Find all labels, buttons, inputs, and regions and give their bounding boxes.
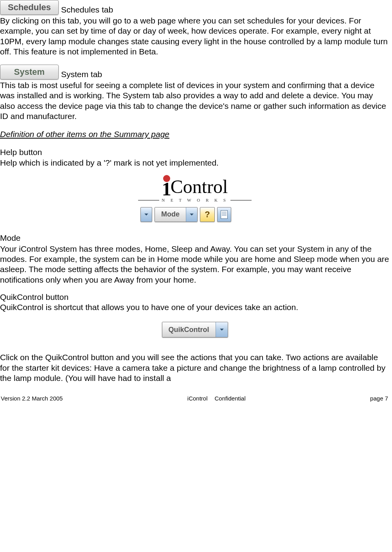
- quikcontrol-button-label: QuikControl: [162, 322, 216, 337]
- definition-heading: Definition of other items on the Summary…: [0, 129, 390, 139]
- mode-heading: Mode: [0, 233, 390, 243]
- system-tab-label: System tab: [61, 69, 102, 79]
- document-icon: [221, 210, 228, 219]
- schedules-description: By clicking on this tab, you will go to …: [0, 16, 390, 57]
- footer-confidential: Confidential: [215, 395, 246, 402]
- mode-dropdown-label: Mode: [155, 207, 186, 222]
- quikcontrol-heading: QuikControl button: [0, 292, 390, 302]
- mode-dropdown-arrow: [186, 207, 197, 222]
- help-button[interactable]: ?: [200, 207, 215, 222]
- quikcontrol-arrow: [216, 322, 228, 337]
- footer-page: page 7: [370, 395, 388, 402]
- schedules-tab-button[interactable]: Schedules: [0, 0, 59, 15]
- mode-dropdown-button[interactable]: Mode: [155, 207, 198, 222]
- schedules-tab-label: Schedules tab: [61, 5, 113, 15]
- mode-text: Your iControl System has three modes, Ho…: [0, 244, 390, 285]
- logo-line-right: [230, 200, 252, 200]
- quikcontrol-intro: QuikControl is shortcut that allows you …: [0, 302, 390, 312]
- document-button[interactable]: [217, 207, 231, 222]
- logo-letter-i: 1: [162, 180, 171, 198]
- mode-left-arrow-button[interactable]: [140, 207, 152, 222]
- system-tab-button[interactable]: System: [0, 65, 59, 79]
- icontrol-logo-block: 1 Control N E T W O R K S Mode ?: [138, 175, 252, 222]
- help-heading: Help button: [0, 147, 390, 157]
- logo-brand-text: Control: [171, 177, 228, 196]
- logo-line-left: [138, 200, 159, 200]
- help-text: Help which is indicated by a '?' mark is…: [0, 158, 390, 168]
- page-footer: Version 2.2 March 2005 iControlConfident…: [0, 395, 390, 406]
- chevron-down-icon: [189, 212, 194, 217]
- system-description: This tab is most useful for seeing a com…: [0, 80, 390, 121]
- logo-networks-text: N E T W O R K S: [161, 198, 229, 203]
- chevron-down-icon: [144, 212, 149, 217]
- footer-version: Version 2.2 March 2005: [1, 395, 63, 402]
- chevron-down-icon: [219, 327, 224, 332]
- footer-brand: iControl: [187, 395, 208, 402]
- quikcontrol-text: Click on the QuikControl button and you …: [0, 352, 390, 383]
- quikcontrol-dropdown-button[interactable]: QuikControl: [162, 322, 228, 337]
